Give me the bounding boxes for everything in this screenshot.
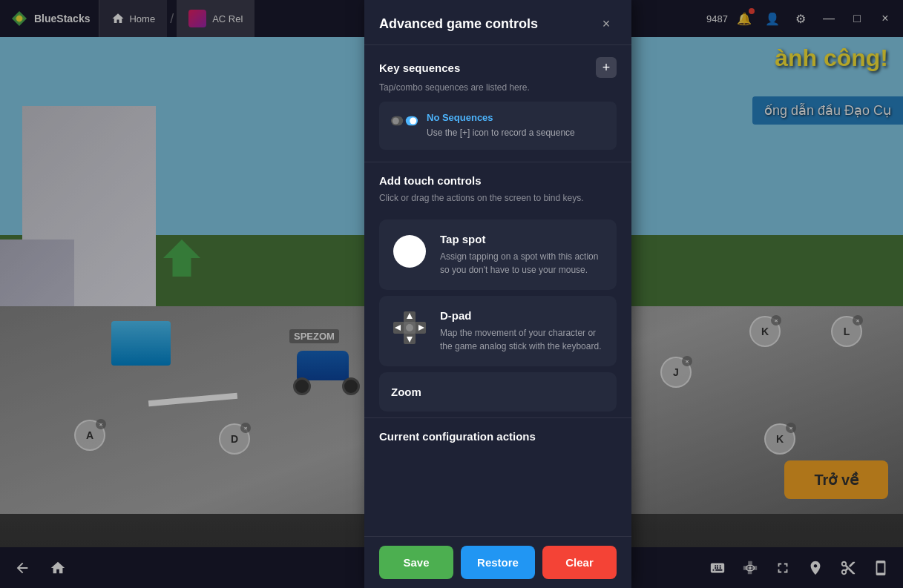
add-sequence-button[interactable]: + <box>596 57 617 78</box>
clear-button[interactable]: Clear <box>542 546 617 579</box>
add-touch-controls-section: Add touch controls Click or drag the act… <box>364 162 631 214</box>
no-sequences-label: No Sequences <box>427 112 575 123</box>
dpad-icon <box>391 309 428 346</box>
no-sequences-text: No Sequences Use the [+] icon to record … <box>427 112 575 139</box>
dpad-svg-icon <box>393 311 426 344</box>
agc-close-button[interactable]: × <box>596 13 617 34</box>
agc-footer: Save Restore Clear <box>364 536 631 588</box>
tap-spot-content: Tap spot Assign tapping on a spot with t… <box>440 233 605 277</box>
tap-spot-description: Assign tapping on a spot with this actio… <box>440 250 605 277</box>
dpad-card[interactable]: D-pad Map the movement of your character… <box>379 296 617 366</box>
add-touch-title: Add touch controls <box>379 174 617 187</box>
tap-spot-icon <box>391 233 428 270</box>
zoom-section: Zoom <box>379 372 617 412</box>
current-config-title: Current configuration actions <box>379 430 617 443</box>
dpad-description: Map the movement of your character or th… <box>440 326 605 353</box>
dpad-title: D-pad <box>440 309 605 322</box>
zoom-button[interactable]: Zoom <box>379 372 617 412</box>
key-sequences-title: Key sequences <box>379 62 460 74</box>
key-sequences-section-header: Key sequences + <box>364 45 631 82</box>
key-sequences-subtitle: Tap/combo sequences are listed here. <box>364 82 631 102</box>
no-sequences-description: Use the [+] icon to record a sequence <box>427 126 575 139</box>
current-config-section: Current configuration actions <box>364 418 631 449</box>
agc-header: Advanced game controls × <box>364 0 631 45</box>
no-sequences-icon <box>391 113 418 128</box>
add-touch-subtitle: Click or drag the actions on the screen … <box>379 191 617 205</box>
agc-panel: Advanced game controls × Key sequences +… <box>364 0 631 588</box>
tap-spot-card[interactable]: Tap spot Assign tapping on a spot with t… <box>379 219 617 290</box>
tap-spot-circle-icon <box>393 235 426 268</box>
svg-point-8 <box>410 118 416 125</box>
agc-body[interactable]: Key sequences + Tap/combo sequences are … <box>364 45 631 536</box>
dpad-content: D-pad Map the movement of your character… <box>440 309 605 353</box>
agc-title: Advanced game controls <box>379 16 538 32</box>
restore-button[interactable]: Restore <box>461 546 535 579</box>
svg-point-18 <box>406 324 413 331</box>
tap-spot-title: Tap spot <box>440 233 605 245</box>
no-sequences-box: No Sequences Use the [+] icon to record … <box>379 102 617 150</box>
save-button[interactable]: Save <box>379 546 453 579</box>
svg-point-6 <box>393 118 399 125</box>
